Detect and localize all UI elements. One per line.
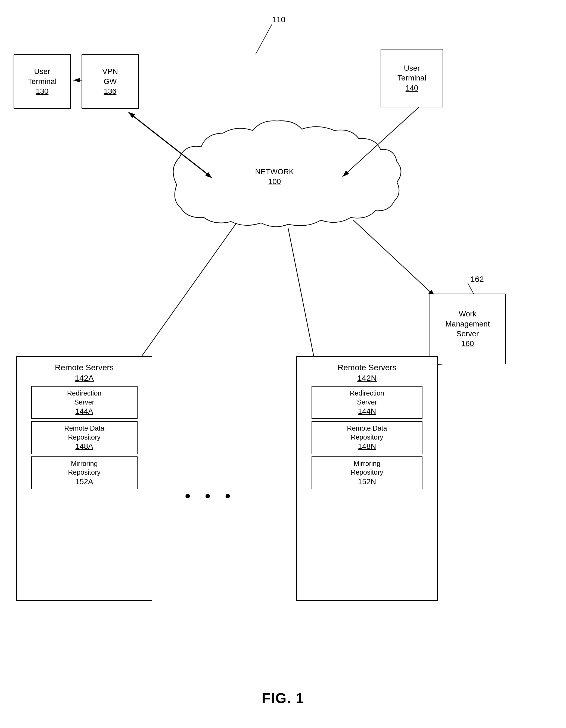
wms-id: 160: [461, 339, 474, 349]
ut130-id: 130: [36, 86, 49, 96]
vpn136-label: VPNGW: [102, 67, 118, 86]
mirroring-repo-152n-box: MirroringRepository 152N: [312, 456, 422, 489]
wms-label: WorkManagementServer: [445, 309, 490, 339]
ut140-label: UserTerminal: [397, 63, 426, 83]
ref-162: 162: [470, 275, 484, 284]
network-box: NETWORK 100: [220, 150, 329, 204]
remote-servers-142n-box: Remote Servers 142N RedirectionServer 14…: [296, 356, 438, 601]
work-mgmt-server-box: WorkManagementServer 160: [430, 294, 506, 364]
remote-data-repo-148a-box: Remote DataRepository 148A: [31, 421, 138, 454]
rs142n-id: 142N: [302, 373, 432, 383]
arrow-network-136: [128, 112, 209, 175]
remote-servers-142a-box: Remote Servers 142A RedirectionServer 14…: [16, 356, 152, 601]
user-terminal-140-box: UserTerminal 140: [381, 49, 443, 107]
vpn136-id: 136: [104, 86, 117, 96]
arrow-136-network: [130, 114, 212, 178]
rdr148n-label: Remote DataRepository: [315, 424, 419, 441]
rs144a-label: RedirectionServer: [35, 389, 134, 406]
rdr148a-id: 148A: [35, 441, 134, 451]
arrow-140-network: [343, 107, 419, 177]
mr152n-label: MirroringRepository: [315, 459, 419, 477]
rs144n-id: 144N: [315, 406, 419, 416]
ut140-id: 140: [406, 83, 418, 93]
ut130-label: UserTerminal: [28, 67, 57, 86]
redirection-server-144n-box: RedirectionServer 144N: [312, 386, 422, 419]
rs142a-label: Remote Servers: [22, 362, 147, 373]
arrow-network-142n: [288, 228, 315, 364]
rs144a-id: 144A: [35, 406, 134, 416]
vpn-gw-136-box: VPNGW 136: [82, 54, 139, 109]
user-terminal-130-box: UserTerminal 130: [14, 54, 71, 109]
ref-line-110: [256, 24, 272, 54]
remote-data-repo-148n-box: Remote DataRepository 148N: [312, 421, 422, 454]
mr152n-id: 152N: [315, 477, 419, 487]
rs142a-id: 142A: [22, 373, 147, 383]
rdr148n-id: 148N: [315, 441, 419, 451]
rs144n-label: RedirectionServer: [315, 389, 419, 406]
arrow-network-162: [353, 220, 435, 296]
mr152a-id: 152A: [35, 477, 134, 487]
redirection-server-144a-box: RedirectionServer 144A: [31, 386, 138, 419]
rdr148a-label: Remote DataRepository: [35, 424, 134, 441]
arrow-network-142a: [136, 223, 237, 364]
network-id: 100: [268, 177, 281, 186]
ellipsis: • • •: [185, 487, 235, 505]
network-label: NETWORK: [255, 167, 294, 177]
mirroring-repo-152a-box: MirroringRepository 152A: [31, 456, 138, 489]
figure-label: FIG. 1: [0, 690, 566, 706]
ref-110: 110: [272, 15, 285, 24]
rs142n-label: Remote Servers: [302, 362, 432, 373]
diagram: 110 162 NETWORK 100 UserTerminal 130 VPN…: [0, 0, 566, 680]
mr152a-label: MirroringRepository: [35, 459, 134, 477]
